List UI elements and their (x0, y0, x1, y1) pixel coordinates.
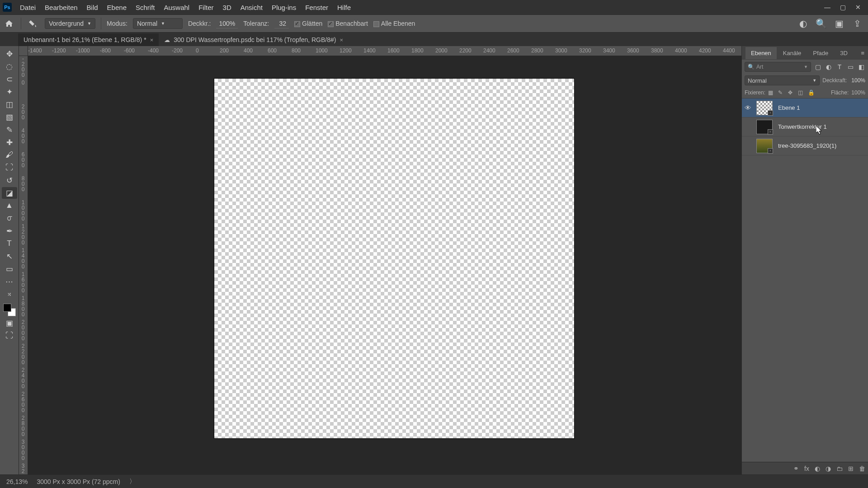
menu-ebene[interactable]: Ebene (104, 3, 130, 12)
layer-thumbnail[interactable]: ▫ (756, 101, 773, 115)
stamp-tool[interactable]: ⛶ (2, 162, 17, 174)
workspace-icon[interactable]: ▣ (834, 18, 844, 29)
swap-colors-icon[interactable]: ⤭ (2, 288, 17, 300)
all-layers-checkbox[interactable]: Alle Ebenen (373, 20, 415, 27)
path-tool[interactable]: ↖ (2, 250, 17, 262)
layer-blend-dropdown[interactable]: Normal ▼ (745, 75, 820, 85)
gradient-tool[interactable]: ▲ (2, 200, 17, 211)
visibility-toggle[interactable] (744, 142, 752, 150)
tab-kanaele[interactable]: Kanäle (778, 47, 807, 59)
menu-filter[interactable]: Filter (195, 3, 217, 12)
zoom-level[interactable]: 26,13% (6, 478, 28, 485)
group-icon[interactable]: 🗀 (836, 465, 843, 472)
minimize-button[interactable]: — (820, 2, 835, 13)
bucket-tool[interactable]: ◪ (2, 187, 17, 199)
filter-smart-icon[interactable]: ◧ (857, 63, 865, 71)
lasso-tool[interactable]: ⊂ (2, 73, 17, 85)
lock-position-icon[interactable]: ✥ (788, 89, 795, 96)
tab-3d[interactable]: 3D (835, 47, 853, 59)
layer-row[interactable]: ▫Tonwertkorrektur 1 (742, 117, 868, 136)
panel-menu-icon[interactable]: ≡ (857, 48, 868, 58)
filter-image-icon[interactable]: ▢ (814, 63, 822, 71)
type-tool[interactable]: T (2, 238, 17, 249)
close-tab-icon[interactable]: × (150, 37, 154, 43)
menu-fenster[interactable]: Fenster (302, 3, 332, 12)
document-canvas[interactable] (214, 79, 574, 438)
layer-thumbnail[interactable]: ▫ (756, 139, 773, 153)
filter-type-icon[interactable]: T (835, 63, 844, 71)
visibility-toggle[interactable] (744, 123, 752, 131)
adjustment-layer-icon[interactable]: ◑ (826, 465, 831, 472)
move-tool[interactable]: ✥ (2, 48, 17, 60)
foreground-color[interactable] (3, 304, 11, 312)
brush-tool[interactable]: 🖌 (2, 149, 17, 161)
history-brush-tool[interactable]: ↺ (2, 174, 17, 186)
link-layers-icon[interactable]: ⚭ (793, 465, 799, 472)
menu-3d[interactable]: 3D (219, 3, 235, 12)
lock-paint-icon[interactable]: ✎ (778, 89, 785, 96)
home-button[interactable] (3, 17, 15, 30)
quickmask-tool[interactable]: ▣ (2, 317, 17, 329)
lock-pixels-icon[interactable]: ▦ (768, 89, 775, 96)
tab-ebenen[interactable]: Ebenen (745, 47, 777, 59)
frame-tool[interactable]: ▧ (2, 111, 17, 123)
menu-hilfe[interactable]: Hilfe (334, 3, 354, 12)
wand-tool[interactable]: ✦ (2, 86, 17, 98)
tolerance-field[interactable]: 32 (274, 19, 289, 28)
close-tab-icon[interactable]: × (340, 37, 343, 43)
document-info[interactable]: 3000 Px x 3000 Px (72 ppcm) (37, 478, 120, 485)
menu-schrift[interactable]: Schrift (132, 3, 159, 12)
tab-pfade[interactable]: Pfade (807, 47, 834, 59)
menu-bild[interactable]: Bild (83, 3, 102, 12)
layer-fx-icon[interactable]: fx (804, 465, 809, 472)
screenmode-tool[interactable]: ⛶ (2, 330, 17, 342)
marquee-tool[interactable]: ◌ (2, 61, 17, 72)
cloud-docs-icon[interactable]: ◐ (797, 18, 808, 29)
canvas-area[interactable]: -1400-1200-1000-800-600-400-200020040060… (19, 46, 741, 474)
heal-tool[interactable]: ✚ (2, 136, 17, 148)
lock-all-icon[interactable]: 🔒 (808, 89, 815, 96)
pen-tool[interactable]: ✒ (2, 225, 17, 237)
maximize-button[interactable]: ▢ (835, 2, 850, 13)
visibility-toggle[interactable]: 👁 (744, 104, 752, 112)
document-tab[interactable]: ☁ 300 DPI Wassertropfen.psdc bei 117% (T… (159, 33, 349, 46)
antialias-checkbox[interactable]: Glätten (294, 20, 322, 27)
status-chevron-icon[interactable]: 〉 (129, 478, 136, 486)
opacity-field[interactable]: 100% (216, 19, 238, 28)
shape-tool[interactable]: ▭ (2, 263, 17, 275)
eyedropper-tool[interactable]: ✎ (2, 124, 17, 136)
blur-tool[interactable]: ൦ (2, 212, 17, 224)
layer-name[interactable]: Tonwertkorrektur 1 (778, 123, 827, 130)
share-icon[interactable]: ⇪ (852, 18, 863, 29)
layer-thumbnail[interactable]: ▫ (756, 120, 773, 134)
search-icon[interactable]: 🔍 (816, 18, 826, 29)
vertical-ruler[interactable]: -200020040060080010001200140016001800200… (19, 56, 28, 474)
more-tool[interactable]: ⋯ (2, 276, 17, 287)
layer-filter-dropdown[interactable]: 🔍 Art ▼ (745, 62, 811, 72)
crop-tool[interactable]: ◫ (2, 99, 17, 110)
filter-shape-icon[interactable]: ▭ (846, 63, 854, 71)
layer-name[interactable]: tree-3095683_1920(1) (778, 142, 836, 149)
opacity-value[interactable]: 100% (851, 77, 865, 84)
layer-name[interactable]: Ebene 1 (778, 104, 800, 111)
fill-source-dropdown[interactable]: Vordergrund ▼ (45, 18, 95, 29)
menu-auswahl[interactable]: Auswahl (160, 3, 193, 12)
lock-artboard-icon[interactable]: ◫ (798, 89, 805, 96)
layer-row[interactable]: 👁▫Ebene 1 (742, 99, 868, 117)
contiguous-checkbox[interactable]: Benachbart (328, 20, 368, 27)
menu-bearbeiten[interactable]: Bearbeiten (41, 3, 81, 12)
color-swatches[interactable] (3, 304, 16, 316)
document-tab[interactable]: Unbenannt-1 bei 26,1% (Ebene 1, RGB/8) *… (18, 33, 159, 46)
filter-adjust-icon[interactable]: ◐ (825, 63, 833, 71)
new-layer-icon[interactable]: ⊞ (848, 465, 854, 472)
blend-mode-dropdown[interactable]: Normal ▼ (133, 18, 183, 29)
fill-value[interactable]: 100% (851, 89, 865, 96)
delete-layer-icon[interactable]: 🗑 (859, 465, 865, 472)
horizontal-ruler[interactable]: -1400-1200-1000-800-600-400-200020040060… (28, 46, 741, 56)
close-button[interactable]: ✕ (851, 2, 865, 13)
layer-row[interactable]: ▫tree-3095683_1920(1) (742, 136, 868, 155)
menu-plugins[interactable]: Plug-ins (268, 3, 300, 12)
menu-datei[interactable]: Datei (16, 3, 39, 12)
ruler-origin[interactable] (19, 46, 28, 56)
menu-ansicht[interactable]: Ansicht (237, 3, 266, 12)
